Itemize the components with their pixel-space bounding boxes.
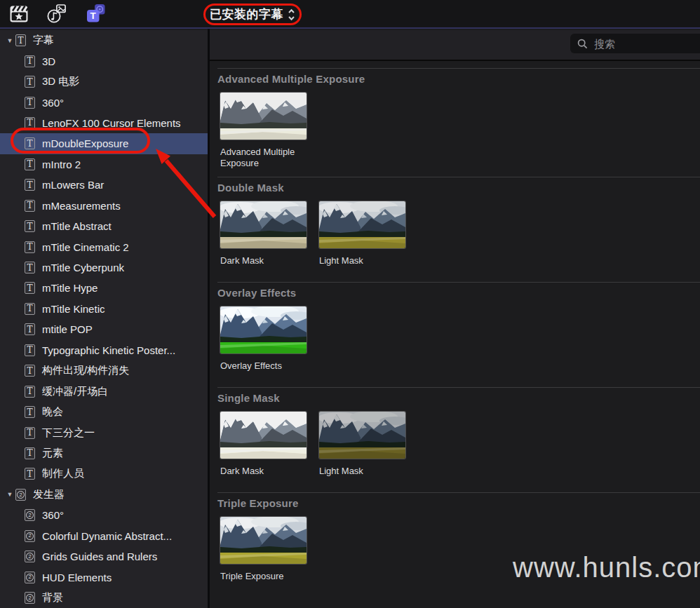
browser-toolbar: T 已安装的字幕	[0, 0, 700, 29]
sidebar-item-label: Colorful Dynamic Abstract...	[42, 530, 172, 542]
clapperboard-star-icon	[10, 6, 28, 22]
sidebar-item-label: 元素	[42, 447, 63, 460]
effect-preview-image[interactable]	[220, 306, 307, 353]
library-dropdown-label: 已安装的字幕	[210, 6, 283, 22]
sidebar-item-14[interactable]: Tmtitle POP	[0, 319, 208, 339]
sidebar-item-3[interactable]: T360°	[0, 92, 208, 112]
effect-label: Overlay Effects	[220, 360, 307, 372]
sidebar-item-6[interactable]: TmIntro 2	[0, 154, 208, 175]
sidebar-item-17[interactable]: T缓冲器/开场白	[0, 381, 208, 401]
thumbnail-row: Triple Exposure	[220, 517, 700, 582]
sidebar-item-label: mMeasurements	[42, 200, 121, 212]
categories-sidebar: ▼T字幕T3DT3D 电影T360°TLenoFX 100 Cursor Ele…	[0, 30, 208, 608]
sidebar-item-27[interactable]: 2背景	[0, 588, 208, 608]
sidebar-item-label: 360°	[42, 97, 64, 109]
effect-preview-image[interactable]	[220, 201, 307, 248]
sidebar-item-12[interactable]: TmTitle Hype	[0, 278, 208, 298]
sidebar-item-7[interactable]: TmLowers Bar	[0, 175, 208, 195]
titles-icon: T	[25, 137, 35, 149]
section-title: Overlay Effects	[217, 287, 700, 299]
sidebar-item-16[interactable]: T构件出现/构件消失	[0, 360, 208, 381]
effects-grid: Advanced Multiple ExposureAdvanced Multi…	[210, 68, 700, 597]
effect-preview-image[interactable]	[220, 412, 307, 459]
sidebar-item-1[interactable]: T3D	[0, 50, 208, 71]
sidebar-item-label: 构件出现/构件消失	[42, 364, 129, 377]
sidebar-item-label: mTitle Cinematic 2	[42, 241, 129, 253]
svg-text:T: T	[90, 11, 97, 21]
generator-icon: 2	[15, 489, 26, 501]
effect-label: Light Mask	[319, 466, 405, 477]
sidebar-item-label: mIntro 2	[42, 158, 81, 170]
effect-preview-image[interactable]	[319, 412, 405, 459]
titles-icon: T	[25, 220, 35, 232]
sidebar-item-21[interactable]: T制作人员	[0, 464, 208, 484]
sidebar-item-11[interactable]: TmTitle Cyberpunk	[0, 257, 208, 278]
sidebar-item-24[interactable]: 2Colorful Dynamic Abstract...	[0, 526, 208, 546]
effect-thumbnail[interactable]: Light Mask	[319, 412, 405, 477]
search-icon	[577, 39, 588, 49]
effects-browser-icon[interactable]	[8, 4, 29, 24]
sidebar-item-25[interactable]: 2Grids Guides and Rulers	[0, 546, 208, 567]
section-title: Triple Exposure	[217, 497, 700, 509]
sidebar-item-label: 发生器	[33, 488, 65, 501]
titles-icon: T	[25, 427, 35, 439]
disclosure-triangle[interactable]: ▼	[6, 37, 14, 44]
sidebar-item-22[interactable]: ▼2发生器	[0, 485, 208, 505]
sidebar-item-label: 晚会	[42, 405, 63, 419]
sidebar-item-label: 字幕	[33, 34, 54, 47]
sidebar-item-26[interactable]: 2HUD Elements	[0, 567, 208, 587]
titles-icon: T	[25, 200, 35, 212]
sidebar-item-8[interactable]: TmMeasurements	[0, 196, 208, 216]
titles-generators-icon: T	[86, 4, 107, 24]
sidebar-item-label: 背景	[42, 591, 63, 604]
section-title: Double Mask	[217, 182, 700, 194]
library-dropdown[interactable]: 已安装的字幕	[210, 0, 295, 29]
effect-section-4: Triple ExposureTriple Exposure	[217, 492, 700, 597]
effect-label: Light Mask	[319, 255, 405, 266]
photos-audio-browser-icon[interactable]	[46, 4, 67, 24]
search-bar	[210, 30, 700, 61]
sidebar-item-23[interactable]: 2360°	[0, 505, 208, 525]
sidebar-item-label: 3D 电影	[42, 75, 79, 88]
titles-generators-browser-icon[interactable]: T	[86, 4, 107, 24]
sidebar-item-19[interactable]: T下三分之一	[0, 422, 208, 443]
sidebar-item-20[interactable]: T元素	[0, 443, 208, 464]
sidebar-item-10[interactable]: TmTitle Cinematic 2	[0, 236, 208, 257]
sidebar-item-2[interactable]: T3D 电影	[0, 72, 208, 92]
sidebar-item-13[interactable]: TmTitle Kinetic	[0, 299, 208, 319]
effect-thumbnail[interactable]: Dark Mask	[220, 201, 307, 266]
search-input[interactable]	[593, 37, 677, 50]
effect-thumbnail[interactable]: Light Mask	[319, 201, 405, 266]
thumbnail-row: Dark MaskLight Mask	[220, 412, 700, 477]
disclosure-triangle[interactable]: ▼	[6, 491, 14, 498]
effect-preview-image[interactable]	[220, 93, 307, 140]
effect-preview-image[interactable]	[220, 517, 307, 564]
sidebar-item-15[interactable]: TTypographic Kinetic Poster...	[0, 340, 208, 360]
effect-thumbnail[interactable]: Advanced Multiple Exposure	[220, 93, 307, 169]
effect-thumbnail[interactable]: Triple Exposure	[220, 517, 307, 582]
thumbnail-row: Advanced Multiple Exposure	[220, 93, 700, 169]
effect-preview-image[interactable]	[319, 201, 405, 248]
sidebar-item-label: 360°	[42, 509, 64, 521]
sidebar-item-4[interactable]: TLenoFX 100 Cursor Elements	[0, 113, 208, 133]
titles-icon: T	[25, 323, 35, 335]
effect-thumbnail[interactable]: Dark Mask	[220, 412, 307, 477]
sidebar-item-18[interactable]: T晚会	[0, 402, 208, 422]
titles-icon: T	[25, 158, 35, 170]
titles-icon: T	[25, 468, 35, 480]
up-down-chevron-icon	[288, 8, 295, 22]
titles-icon: T	[25, 447, 35, 459]
sidebar-item-label: 制作人员	[42, 467, 84, 480]
titles-icon: T	[25, 386, 35, 398]
titles-icon: T	[25, 241, 35, 253]
sidebar-item-0[interactable]: ▼T字幕	[0, 30, 208, 50]
generator-icon: 2	[25, 509, 35, 521]
effect-thumbnail[interactable]: Overlay Effects	[220, 306, 307, 372]
search-field[interactable]	[570, 34, 700, 53]
sidebar-item-5[interactable]: TmDoubleExposure	[0, 133, 208, 154]
sidebar-item-9[interactable]: TmTitle Abstract	[0, 216, 208, 236]
sidebar-item-label: Typographic Kinetic Poster...	[42, 344, 175, 356]
titles-icon: T	[25, 179, 35, 191]
generator-icon: 2	[25, 592, 35, 604]
effect-section-0: Advanced Multiple ExposureAdvanced Multi…	[217, 68, 700, 177]
